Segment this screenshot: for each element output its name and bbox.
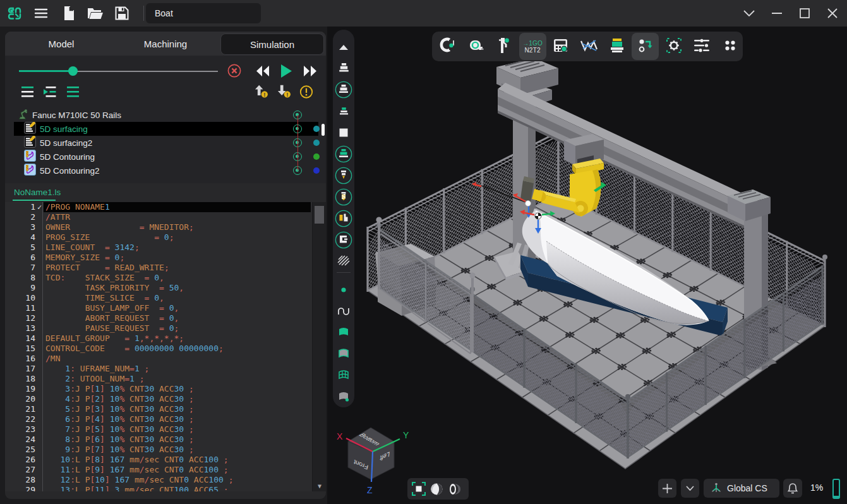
code-line[interactable]: 8TCD: STACK_SIZE = 0, xyxy=(5,273,326,283)
code-line[interactable]: 19 3:J P[1] 10% CNT30 ACC30 ; xyxy=(5,384,326,394)
open-file-button[interactable] xyxy=(87,6,104,21)
stop-button[interactable] xyxy=(226,63,243,78)
code-line[interactable]: 12 ABORT_REQUEST = 0, xyxy=(5,313,326,323)
code-line[interactable]: 10 TIME_SLICE = 0, xyxy=(5,293,326,303)
playback-slider-knob[interactable] xyxy=(68,66,78,76)
code-line[interactable]: 11 BUSY_LAMP_OFF = 0, xyxy=(5,303,326,313)
download-warning-button[interactable]: ! xyxy=(277,85,291,99)
code-line[interactable]: 15CONTROL_CODE = 00000000 00000000; xyxy=(5,344,326,354)
list-plain-button[interactable] xyxy=(20,85,34,99)
snap-magnet-button[interactable] xyxy=(435,33,462,60)
gcode-editor[interactable]: 1✓/PROG NONAME12/ATTR3OWNER = MNEDITOR;4… xyxy=(5,202,326,491)
surface-mesh-button[interactable] xyxy=(333,366,354,385)
tab-simulation[interactable]: Simulation xyxy=(220,33,324,55)
list-indent-button[interactable] xyxy=(43,85,57,99)
stock-square-button[interactable] xyxy=(333,123,354,142)
machine-bracket-button[interactable] xyxy=(333,231,354,249)
upload-warning-button[interactable]: ! xyxy=(255,85,268,99)
apps-grid-button[interactable] xyxy=(717,33,744,60)
caliper-button[interactable] xyxy=(491,33,518,60)
tree-item[interactable]: 5D surfacing2 xyxy=(5,136,326,150)
main-menu-button[interactable] xyxy=(33,6,49,21)
notifications-button[interactable] xyxy=(783,479,802,498)
code-file-tab[interactable]: NoName1.ls xyxy=(14,188,61,197)
viewport-3d[interactable]: Bottom Front Left X Y Z →1GON2T2 xyxy=(327,27,847,504)
code-line[interactable]: 20 4:J P[2] 10% CNT30 ACC30 ; xyxy=(5,394,326,404)
spline-wave-button[interactable] xyxy=(333,302,354,321)
code-line[interactable]: 7PROTECT = READ_WRITE; xyxy=(5,263,326,273)
machine-head-circled-button[interactable] xyxy=(333,80,354,99)
view-cube[interactable]: Bottom Front Left X Y Z xyxy=(337,428,409,495)
minimize-button[interactable] xyxy=(768,5,786,21)
cs-selector-button[interactable]: Global CS xyxy=(704,479,779,498)
code-line[interactable]: 9 TASK_PRIORITY = 50, xyxy=(5,283,326,293)
code-line[interactable]: 14DEFAULT_GROUP = 1,*,*,*,*; xyxy=(5,333,326,344)
signal-graph-button[interactable] xyxy=(575,33,603,60)
warning-button[interactable] xyxy=(299,85,313,99)
code-line[interactable]: 29 13:L P[11] 3 mm/sec CNT100 ACC65 ; xyxy=(5,485,326,491)
code-line[interactable]: 3OWNER = MNEDITOR; xyxy=(5,222,326,232)
scroll-down-icon[interactable]: ▼ xyxy=(313,483,326,489)
tree-item[interactable]: 5D Contouring2 xyxy=(5,164,326,177)
code-line[interactable]: 26 10:L P[8] 167 mm/sec CNT0 ACC100 ; xyxy=(5,455,326,465)
machine-link-button[interactable] xyxy=(632,33,659,60)
collapse-window-button[interactable] xyxy=(740,5,758,21)
toolpath-hatch-button[interactable] xyxy=(333,251,354,270)
measure-tape-button[interactable] xyxy=(462,33,490,60)
tree-item[interactable]: 5D surfacing xyxy=(5,122,326,136)
tree-item[interactable]: 5D Contouring xyxy=(5,150,326,164)
code-line[interactable]: 21 5:J P[3] 10% CNT30 ACC30 ; xyxy=(5,404,326,414)
machine-head-button[interactable] xyxy=(333,58,354,77)
app-logo-icon[interactable] xyxy=(6,6,23,21)
scene-canvas[interactable]: Bottom Front Left X Y Z xyxy=(327,27,847,504)
drill-striped-button[interactable] xyxy=(333,188,354,207)
code-line[interactable]: 1✓/PROG NONAME1 xyxy=(5,202,326,212)
tool-cutter-button[interactable] xyxy=(333,166,354,185)
maximize-button[interactable] xyxy=(796,5,814,21)
add-cs-button[interactable] xyxy=(658,479,676,498)
code-line[interactable]: 22 6:J P[4] 10% CNT30 ACC30 ; xyxy=(5,414,326,424)
rewind-button[interactable] xyxy=(255,63,271,78)
tree-item[interactable]: Fanuc M710IC 50 Rails xyxy=(5,108,326,122)
spindle-filled-button[interactable] xyxy=(333,145,354,164)
code-line[interactable]: 23 7:J P[5] 10% CNT30 ACC30 ; xyxy=(5,424,326,435)
code-line[interactable]: 24 8:J P[6] 10% CNT30 ACC30 ; xyxy=(5,435,326,445)
play-button[interactable] xyxy=(278,63,294,78)
new-file-button[interactable] xyxy=(61,6,77,21)
projection-icon[interactable] xyxy=(447,481,463,496)
surface-filled-button[interactable] xyxy=(333,323,354,342)
code-line[interactable]: 17 1: UFRAME_NUM=1 ; xyxy=(5,364,326,374)
code-line[interactable]: 18 2: UTOOL_NUM=1 ; xyxy=(5,374,326,384)
code-line[interactable]: 4PROG_SIZE = 0; xyxy=(5,232,326,243)
code-line[interactable]: 5LINE_COUNT = 3142; xyxy=(5,243,326,253)
save-file-button[interactable] xyxy=(114,6,130,21)
display-options-button[interactable] xyxy=(688,33,716,60)
fast-forward-button[interactable] xyxy=(302,63,318,78)
cell-settings-button[interactable] xyxy=(660,33,687,60)
gcode-translate-button[interactable]: →1GON2T2 xyxy=(519,33,546,60)
code-line[interactable]: 27 11:L P[9] 167 mm/sec CNT0 ACC100 ; xyxy=(5,465,326,475)
collapse-up-button[interactable] xyxy=(333,38,354,57)
cs-dropdown-button[interactable] xyxy=(681,479,699,498)
record-dot-button[interactable] xyxy=(333,280,354,299)
code-line[interactable]: 25 9:J P[7] 10% CNT30 ACC30 ; xyxy=(5,445,326,455)
tree-scrollbar-thumb[interactable] xyxy=(321,124,325,136)
tab-model[interactable]: Model xyxy=(5,32,117,56)
tool-stack-button[interactable] xyxy=(604,33,631,60)
code-line[interactable]: 28 12:L P[10] 167 mm/sec CNT0 ACC100 ; xyxy=(5,475,326,485)
tab-machining[interactable]: Machining xyxy=(112,32,219,56)
editor-scrollbar-thumb[interactable] xyxy=(315,206,324,224)
close-button[interactable] xyxy=(824,5,841,21)
editor-scrollbar[interactable]: ▲ ▼ xyxy=(312,202,326,491)
list-green-button[interactable] xyxy=(66,85,80,99)
surface-outline-button[interactable] xyxy=(333,344,354,363)
shading-sphere-icon[interactable] xyxy=(428,481,445,496)
fit-screen-icon[interactable] xyxy=(411,481,427,496)
code-line[interactable]: 13 PAUSE_REQUEST = 0; xyxy=(5,323,326,333)
code-line[interactable]: 6MEMORY_SIZE = 0; xyxy=(5,253,326,263)
machine-head-small-button[interactable] xyxy=(333,102,354,121)
code-line[interactable]: 2/ATTR xyxy=(5,212,326,222)
code-line[interactable]: 16/MN xyxy=(5,354,326,364)
surface-dot-button[interactable] xyxy=(333,387,354,406)
fixture-clamp-button[interactable] xyxy=(333,209,354,228)
